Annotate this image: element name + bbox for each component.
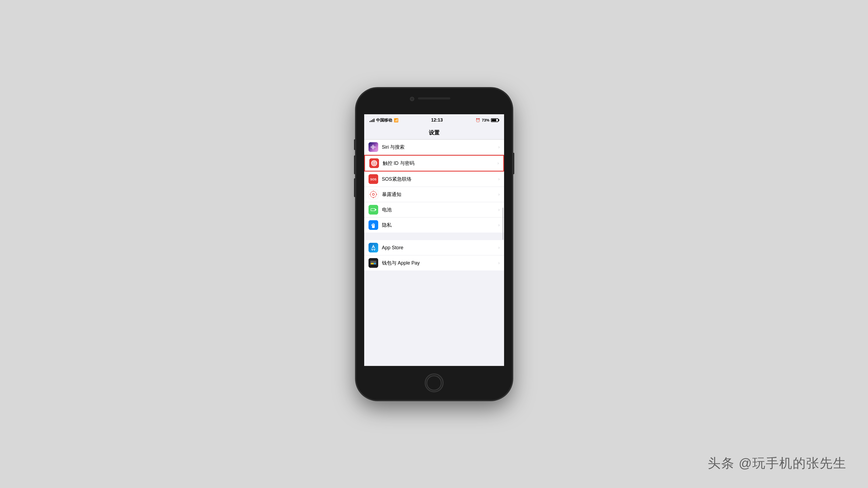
siri-icon [369, 142, 378, 152]
svg-text:SOS: SOS [370, 178, 376, 181]
side-button-left-silent [354, 139, 355, 150]
scroll-indicator [502, 207, 503, 240]
screen: 中国移动 📶 12:13 ⏰ 73% 设置 [364, 114, 504, 366]
settings-row-battery[interactable]: 电池 › [364, 202, 504, 218]
battery-percent: 73% [482, 118, 489, 122]
page-title: 设置 [429, 129, 439, 136]
privacy-icon [369, 220, 378, 230]
battery-icon [491, 118, 498, 122]
appstore-label: App Store [382, 245, 498, 251]
camera [410, 97, 414, 101]
svg-rect-28 [369, 243, 378, 253]
touchid-label: 触控 ID 与密码 [383, 160, 498, 166]
exposure-icon [369, 190, 378, 199]
nav-bar: 设置 [364, 126, 504, 139]
status-bar: 中国移动 📶 12:13 ⏰ 73% [364, 114, 504, 126]
touchid-icon [369, 158, 379, 168]
touchid-chevron: › [497, 161, 499, 166]
sos-icon: SOS [369, 174, 378, 184]
battery-label: 电池 [382, 206, 498, 213]
sos-chevron: › [498, 177, 499, 182]
status-left: 中国移动 📶 [370, 118, 398, 123]
svg-point-12 [370, 191, 376, 198]
status-center: 12:13 [431, 118, 443, 123]
settings-row-appstore[interactable]: App Store › [364, 240, 504, 255]
svg-rect-34 [374, 263, 376, 264]
svg-rect-25 [373, 223, 374, 226]
svg-rect-26 [374, 224, 375, 226]
side-button-left-vol-down [354, 178, 355, 197]
svg-rect-33 [371, 263, 374, 264]
svg-rect-27 [371, 225, 372, 226]
wallet-icon [369, 258, 378, 268]
svg-rect-8 [369, 158, 379, 168]
status-right: ⏰ 73% [475, 118, 498, 122]
signal-bars [370, 118, 374, 122]
svg-rect-21 [371, 209, 375, 211]
home-button-inner [427, 376, 441, 390]
side-button-right [513, 153, 514, 174]
exposure-label: 暴露通知 [382, 191, 498, 198]
exposure-chevron: › [498, 192, 499, 197]
bottom-area [356, 366, 512, 400]
settings-section-1: Siri 与搜索 › [364, 139, 504, 233]
svg-rect-20 [375, 209, 376, 210]
siri-label: Siri 与搜索 [382, 144, 498, 150]
alarm-icon: ⏰ [475, 118, 480, 122]
svg-point-17 [376, 194, 377, 195]
battery-settings-icon [369, 205, 378, 215]
settings-row-sos[interactable]: SOS SOS紧急联络 › [364, 171, 504, 187]
settings-row-wallet[interactable]: 钱包与 Apple Pay › [364, 255, 504, 270]
svg-point-13 [372, 193, 374, 195]
carrier-label: 中国移动 [376, 118, 392, 123]
settings-row-exposure[interactable]: 暴露通知 › [364, 187, 504, 202]
wifi-icon: 📶 [394, 118, 398, 122]
siri-chevron: › [498, 145, 499, 150]
side-button-left-vol-up [354, 155, 355, 174]
sos-label: SOS紧急联络 [382, 176, 498, 182]
top-bar [356, 88, 512, 115]
appstore-chevron: › [498, 245, 499, 250]
settings-row-privacy[interactable]: 隐私 › [364, 218, 504, 233]
settings-row-siri[interactable]: Siri 与搜索 › [364, 139, 504, 155]
privacy-chevron: › [498, 223, 499, 227]
watermark: 头条 @玩手机的张先生 [708, 455, 846, 472]
svg-point-16 [370, 194, 370, 195]
settings-list: Siri 与搜索 › [364, 139, 504, 366]
settings-section-2: App Store › [364, 240, 504, 270]
appstore-icon [369, 243, 378, 253]
home-button[interactable] [425, 373, 443, 392]
iphone-frame: 中国移动 📶 12:13 ⏰ 73% 设置 [356, 88, 512, 400]
battery-chevron: › [498, 207, 499, 212]
privacy-label: 隐私 [382, 222, 498, 228]
wallet-chevron: › [498, 261, 499, 265]
svg-point-15 [373, 197, 374, 198]
wallet-label: 钱包与 Apple Pay [382, 260, 498, 266]
settings-row-touchid[interactable]: 触控 ID 与密码 › [364, 155, 504, 171]
svg-point-14 [373, 191, 374, 192]
speaker [418, 97, 450, 99]
